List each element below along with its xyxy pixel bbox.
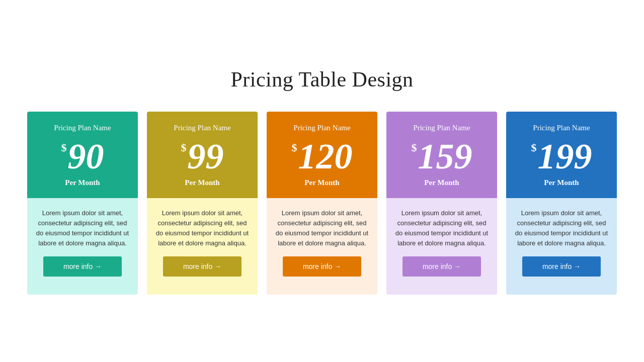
period-3: Per Month [275,178,369,187]
description-5: Lorem ipsum dolor sit amet, consectetur … [514,208,609,249]
card-header-2: Pricing Plan Name $ 99 Per Month [147,112,258,198]
price-amount-3: 120 [298,138,353,174]
currency-symbol-1: $ [61,142,67,153]
plan-name-5: Pricing Plan Name [514,124,609,132]
description-1: Lorem ipsum dolor sit amet, consectetur … [35,208,130,249]
description-2: Lorem ipsum dolor sit amet, consectetur … [155,208,250,249]
card-body-2: Lorem ipsum dolor sit amet, consectetur … [147,198,258,295]
price-row-3: $ 120 [275,138,369,174]
description-4: Lorem ipsum dolor sit amet, consectetur … [394,208,489,249]
price-amount-2: 99 [188,138,224,174]
price-row-5: $ 199 [514,138,609,174]
price-amount-4: 159 [418,138,472,174]
plan-name-4: Pricing Plan Name [394,124,489,132]
period-1: Per Month [35,178,130,187]
pricing-card-4: Pricing Plan Name $ 159 Per Month Lorem … [386,112,497,295]
card-body-1: Lorem ipsum dolor sit amet, consectetur … [27,198,138,295]
currency-symbol-3: $ [292,142,297,153]
pricing-card-1: Pricing Plan Name $ 90 Per Month Lorem i… [27,112,138,295]
more-info-button-5[interactable]: more info → [522,256,601,277]
more-info-button-1[interactable]: more info → [43,256,122,277]
pricing-card-2: Pricing Plan Name $ 99 Per Month Lorem i… [147,112,258,295]
plan-name-1: Pricing Plan Name [35,124,130,132]
card-header-1: Pricing Plan Name $ 90 Per Month [27,112,138,198]
plan-name-2: Pricing Plan Name [155,124,250,132]
price-row-4: $ 159 [394,138,489,174]
period-4: Per Month [394,178,489,187]
currency-symbol-5: $ [531,142,537,153]
more-info-button-4[interactable]: more info → [403,256,481,277]
period-2: Per Month [155,178,250,187]
price-amount-1: 90 [68,138,104,174]
price-amount-5: 199 [538,138,592,174]
card-body-4: Lorem ipsum dolor sit amet, consectetur … [386,198,497,295]
more-info-button-2[interactable]: more info → [163,256,242,277]
pricing-card-5: Pricing Plan Name $ 199 Per Month Lorem … [506,112,617,295]
description-3: Lorem ipsum dolor sit amet, consectetur … [275,208,369,249]
pricing-cards-container: Pricing Plan Name $ 90 Per Month Lorem i… [0,112,644,295]
currency-symbol-2: $ [181,142,187,153]
pricing-card-3: Pricing Plan Name $ 120 Per Month Lorem … [267,112,377,295]
card-body-5: Lorem ipsum dolor sit amet, consectetur … [506,198,617,295]
plan-name-3: Pricing Plan Name [275,124,369,132]
card-header-4: Pricing Plan Name $ 159 Per Month [386,112,497,198]
price-row-1: $ 90 [35,138,130,174]
period-5: Per Month [514,178,609,187]
card-body-3: Lorem ipsum dolor sit amet, consectetur … [267,198,377,295]
card-header-5: Pricing Plan Name $ 199 Per Month [506,112,617,198]
card-header-3: Pricing Plan Name $ 120 Per Month [267,112,377,198]
currency-symbol-4: $ [412,142,417,153]
page-title: Pricing Table Design [230,67,413,92]
price-row-2: $ 99 [155,138,250,174]
more-info-button-3[interactable]: more info → [283,256,361,277]
